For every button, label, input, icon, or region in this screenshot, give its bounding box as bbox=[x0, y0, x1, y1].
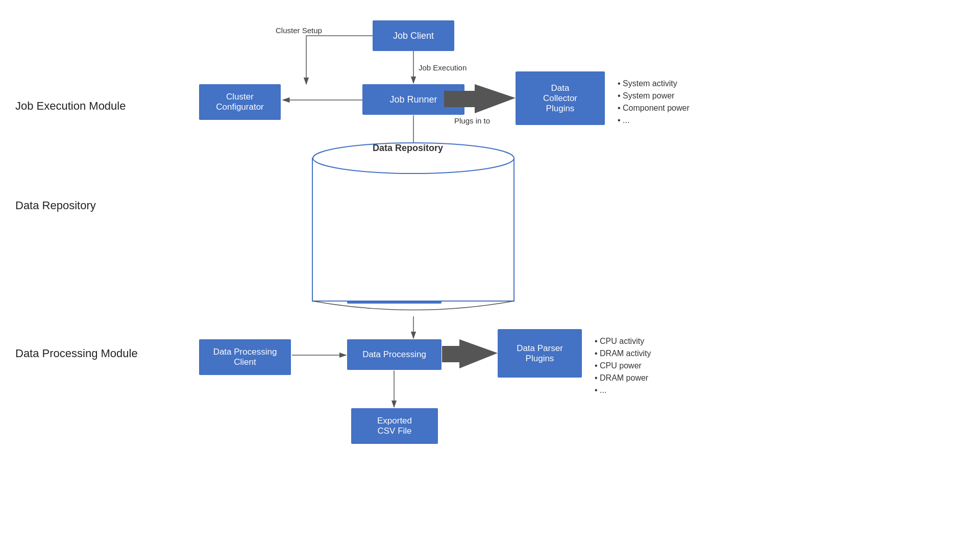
power-data-box: Power Data bbox=[347, 230, 442, 260]
data-processing-client-box: Data Processing Client bbox=[199, 339, 291, 375]
data-parser-plugins-box: Data Parser Plugins bbox=[498, 329, 582, 378]
parser-bullets: CPU activity DRAM activity CPU power DRA… bbox=[595, 337, 651, 398]
data-processing-box: Data Processing bbox=[347, 339, 442, 370]
svg-text:Data Repository: Data Repository bbox=[373, 143, 443, 153]
job-data-box: Job Data bbox=[347, 273, 442, 304]
system-activity-data-box: System Activity Data bbox=[347, 184, 442, 219]
exported-csv-box: Exported CSV File bbox=[351, 408, 438, 444]
job-runner-box: Job Runner bbox=[362, 84, 464, 115]
collector-bullets: System activity System power Component p… bbox=[618, 79, 690, 128]
svg-text:Plugs in to: Plugs in to bbox=[454, 116, 490, 125]
svg-point-8 bbox=[313, 143, 514, 173]
section-data-repository: Data Repository bbox=[15, 199, 96, 212]
job-client-box: Job Client bbox=[373, 20, 454, 51]
svg-text:Job Execution: Job Execution bbox=[419, 63, 467, 72]
section-data-processing: Data Processing Module bbox=[15, 347, 138, 360]
svg-marker-16 bbox=[442, 339, 498, 368]
svg-text:Cluster Setup: Cluster Setup bbox=[276, 26, 322, 35]
section-job-execution: Job Execution Module bbox=[15, 99, 126, 113]
diagram-container: Job Execution Module Data Repository Dat… bbox=[0, 0, 980, 549]
arrows-svg: Job Execution Cluster Setup Data Reposit… bbox=[0, 0, 980, 549]
cluster-configurator-box: Cluster Configurator bbox=[199, 84, 281, 120]
data-collector-plugins-box: Data Collector Plugins bbox=[516, 71, 605, 125]
